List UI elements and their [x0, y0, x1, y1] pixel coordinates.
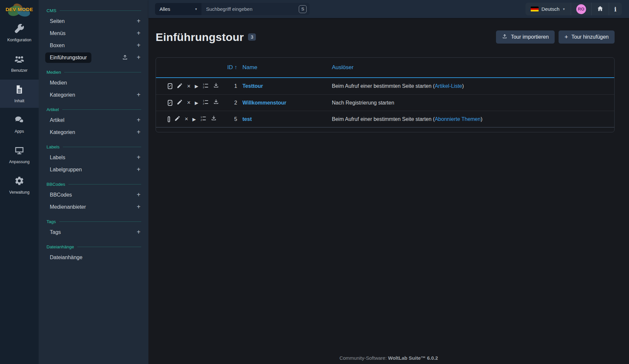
- gear-icon: [14, 176, 24, 187]
- rail-item-label: Inhalt: [14, 99, 25, 103]
- button-label: Tour importieren: [511, 34, 549, 40]
- pencil-icon[interactable]: [177, 99, 183, 106]
- download-icon[interactable]: [211, 115, 217, 123]
- delete-icon[interactable]: ×: [187, 99, 191, 106]
- play-icon[interactable]: ▶: [195, 100, 199, 105]
- sidebar-item-label-selected[interactable]: Einführungstour: [45, 52, 91, 63]
- sidebar-item-labelgruppen[interactable]: Labelgruppen +: [47, 163, 141, 176]
- dev-mode-logo[interactable]: DEV MODE: [0, 0, 39, 19]
- sidebar-item-labels[interactable]: Labels +: [47, 151, 141, 163]
- sidebar-item-tags[interactable]: Tags +: [47, 226, 141, 238]
- steps-list-icon[interactable]: 12: [202, 99, 209, 106]
- info-button[interactable]: i: [609, 3, 622, 15]
- tour-import-button[interactable]: Tour importieren: [496, 30, 555, 44]
- add-icon[interactable]: +: [136, 42, 141, 49]
- language-selector[interactable]: Deutsch ▼: [525, 3, 571, 15]
- checkbox-unchecked[interactable]: [168, 116, 170, 122]
- checkbox-checked[interactable]: ✓: [168, 83, 172, 89]
- tour-table: ID ↑ Name Auslöser ✓ × ▶ 12 1 Testtour: [156, 57, 615, 132]
- rail-item-label: Benutzer: [11, 68, 28, 73]
- pencil-icon[interactable]: [174, 115, 181, 123]
- sidebar-item-medienanbieter[interactable]: Medienanbieter +: [47, 201, 141, 213]
- sidebar-item-einfuehrungstour[interactable]: Einführungstour +: [47, 51, 141, 64]
- steps-list-icon[interactable]: 12: [202, 83, 209, 90]
- tour-name-link[interactable]: Willkommenstour: [242, 100, 286, 105]
- rail-item-label: Anpassung: [9, 160, 30, 164]
- column-header-id[interactable]: ID ↑: [222, 64, 237, 71]
- checkbox-checked[interactable]: ✓: [168, 100, 172, 106]
- section-title: Labels: [47, 144, 60, 149]
- rail-item-anpassung[interactable]: Anpassung: [0, 141, 39, 169]
- add-icon[interactable]: +: [136, 128, 141, 136]
- delete-icon[interactable]: ×: [187, 83, 191, 90]
- upload-icon: [502, 34, 507, 41]
- delete-icon[interactable]: ×: [185, 116, 188, 123]
- icon-rail: DEV MODE Konfiguration Benutzer Inhalt A…: [0, 0, 39, 364]
- rail-item-label: Verwaltung: [9, 190, 29, 195]
- sidebar-item-label: Medienanbieter: [50, 204, 86, 210]
- sidebar-item-boxen[interactable]: Boxen +: [47, 39, 141, 51]
- add-icon[interactable]: +: [136, 191, 141, 199]
- sidebar-item-label: Seiten: [50, 18, 65, 24]
- language-label: Deutsch: [542, 6, 560, 12]
- sidebar-item-seiten[interactable]: Seiten +: [47, 15, 141, 27]
- page-header: Einführungstour 3 Tour importieren + Tou…: [156, 18, 615, 44]
- user-menu[interactable]: RO: [571, 3, 591, 15]
- rail-item-benutzer[interactable]: Benutzer: [0, 49, 39, 77]
- section-divider: [68, 184, 141, 184]
- trigger-page-link[interactable]: Abonnierte Themen: [435, 116, 481, 122]
- rail-item-apps[interactable]: Apps: [0, 110, 39, 138]
- caret-down-icon: ▼: [562, 8, 565, 11]
- column-header-name[interactable]: Name: [242, 64, 327, 71]
- cell-trigger: Beim Aufruf einer bestimmten Seite start…: [332, 83, 606, 89]
- content: Einführungstour 3 Tour importieren + Tou…: [148, 18, 629, 364]
- sidebar-item-label: Artikel: [50, 117, 64, 123]
- download-icon[interactable]: [213, 83, 219, 90]
- steps-list-icon[interactable]: 12: [200, 115, 206, 123]
- add-icon[interactable]: +: [136, 17, 141, 25]
- add-icon[interactable]: +: [136, 91, 141, 99]
- section-title: Artikel: [47, 107, 59, 112]
- add-icon[interactable]: +: [136, 203, 141, 211]
- play-icon[interactable]: ▶: [192, 117, 196, 122]
- sidebar-item-kategorien-medien[interactable]: Kategorien +: [47, 89, 141, 101]
- sidebar-item-dateianhaenge[interactable]: Dateianhänge: [47, 251, 141, 263]
- add-icon[interactable]: +: [136, 154, 141, 161]
- cell-id: 5: [222, 116, 237, 122]
- sidebar-item-kategorien-artikel[interactable]: Kategorien +: [47, 126, 141, 138]
- add-icon[interactable]: +: [136, 29, 141, 37]
- avatar[interactable]: RO: [576, 4, 586, 14]
- info-icon: i: [614, 6, 617, 13]
- trigger-page-link[interactable]: Artikel-Liste: [435, 83, 462, 89]
- frontend-link[interactable]: [591, 3, 609, 15]
- search-input[interactable]: [206, 6, 299, 12]
- svg-text:1: 1: [203, 99, 204, 102]
- sidebar-item-label: Medien: [50, 80, 67, 86]
- tour-add-button[interactable]: + Tour hinzufügen: [559, 30, 615, 44]
- add-icon[interactable]: +: [136, 166, 141, 173]
- sidebar-item-bbcodes[interactable]: BBCodes +: [47, 189, 141, 201]
- play-icon[interactable]: ▶: [195, 84, 199, 89]
- sidebar-item-label: Kategorien: [50, 129, 75, 135]
- search-scope-dropdown[interactable]: Alles ▼: [155, 3, 201, 15]
- section-title: Dateianhänge: [47, 244, 74, 249]
- sidebar-item-menus[interactable]: Menüs +: [47, 27, 141, 39]
- rail-item-verwaltung[interactable]: Verwaltung: [0, 171, 39, 199]
- add-icon[interactable]: +: [136, 54, 141, 61]
- tour-name-link[interactable]: test: [242, 116, 252, 122]
- column-header-trigger[interactable]: Auslöser: [332, 64, 606, 71]
- pencil-icon[interactable]: [177, 83, 183, 90]
- table-body: ✓ × ▶ 12 1 Testtour Beim Aufruf einer be…: [156, 78, 614, 127]
- download-icon[interactable]: [213, 99, 219, 106]
- search-bar: Alles ▼ S: [155, 3, 310, 15]
- upload-icon[interactable]: [122, 54, 128, 61]
- add-icon[interactable]: +: [136, 116, 141, 124]
- sidebar-item-artikel[interactable]: Artikel +: [47, 114, 141, 126]
- page-title: Einführungstour: [156, 31, 244, 44]
- add-icon[interactable]: +: [136, 228, 141, 236]
- rail-item-inhalt[interactable]: Inhalt: [0, 80, 39, 108]
- tour-name-link[interactable]: Testtour: [242, 83, 263, 89]
- rail-item-konfiguration[interactable]: Konfiguration: [0, 19, 39, 47]
- dev-mode-label: DEV MODE: [6, 7, 33, 12]
- sidebar-item-medien[interactable]: Medien: [47, 77, 141, 89]
